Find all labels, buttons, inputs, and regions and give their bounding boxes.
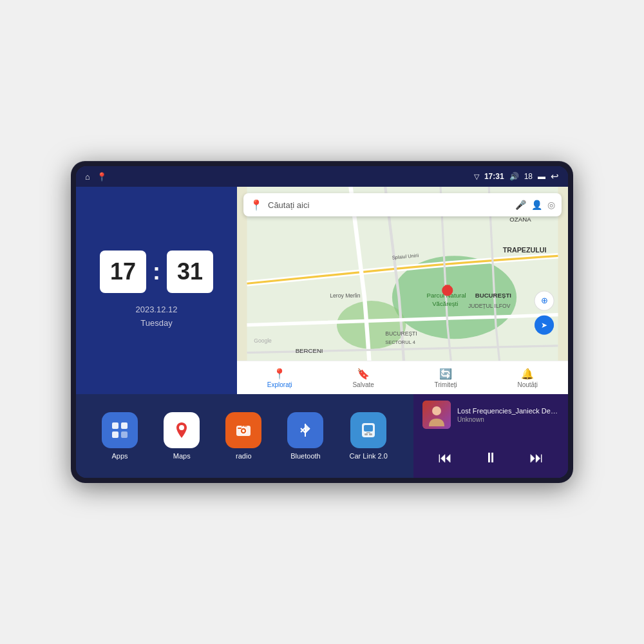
maps-pin-icon[interactable]: 📍: [97, 172, 107, 182]
app-label-radio: radio: [236, 452, 251, 460]
back-icon[interactable]: ↩: [551, 171, 559, 182]
battery-icon: ▬: [538, 172, 545, 181]
bluetooth-icon: [287, 412, 323, 448]
apps-row: Apps Maps: [76, 394, 413, 478]
signal-icon: ▽: [474, 173, 479, 181]
svg-rect-23: [112, 431, 118, 438]
map-nav-saved-label: Salvate: [352, 381, 374, 388]
app-item-apps[interactable]: Apps: [102, 412, 138, 460]
svg-text:BUCUREȘTI: BUCUREȘTI: [475, 292, 512, 299]
svg-text:⊕: ⊕: [541, 296, 548, 305]
main-content: 17 : 31 2023.12.12 Tuesday: [76, 187, 568, 478]
svg-text:TRAPEZULUI: TRAPEZULUI: [503, 246, 547, 254]
svg-rect-24: [121, 431, 128, 438]
app-item-radio[interactable]: FM radio: [225, 412, 261, 460]
app-label-maps: Maps: [173, 452, 191, 460]
radio-icon: FM: [225, 412, 261, 448]
clock-widget: 17 : 31 2023.12.12 Tuesday: [76, 187, 237, 394]
map-nav-explore-label: Explorați: [267, 381, 292, 388]
volume-icon: 🔊: [509, 172, 519, 181]
clock-colon: :: [153, 258, 160, 285]
app-item-maps[interactable]: Maps: [164, 412, 200, 460]
svg-text:Google: Google: [254, 337, 272, 344]
app-item-carlink[interactable]: Car Link 2.0: [350, 412, 388, 460]
svg-text:Văcărești: Văcărești: [432, 300, 458, 307]
music-thumbnail: [422, 401, 451, 429]
app-label-carlink: Car Link 2.0: [350, 452, 388, 460]
svg-text:OZANA: OZANA: [509, 216, 531, 223]
news-icon: 🔔: [521, 368, 534, 380]
explore-icon: 📍: [273, 368, 286, 380]
share-icon: 🔄: [439, 368, 452, 380]
svg-text:BUCUREȘTI: BUCUREȘTI: [385, 330, 417, 337]
clock-minutes: 31: [167, 251, 213, 293]
map-nav-share[interactable]: 🔄 Trimiteți: [435, 368, 457, 388]
map-search-actions: 🎤 👤 ◎: [515, 200, 555, 210]
map-nav-saved[interactable]: 🔖 Salvate: [352, 368, 374, 388]
clock-date: 2023.12.12 Tuesday: [135, 303, 177, 330]
svg-text:FM: FM: [242, 424, 247, 428]
map-nav-explore[interactable]: 📍 Explorați: [267, 368, 292, 388]
svg-text:SECTORUL 4: SECTORUL 4: [385, 339, 415, 345]
map-pin-icon: 📍: [250, 199, 263, 211]
maps-icon: [164, 412, 200, 448]
clock-day-value: Tuesday: [135, 317, 177, 330]
map-layers-icon[interactable]: ◎: [547, 200, 555, 210]
home-icon[interactable]: ⌂: [85, 172, 90, 182]
music-controls: ⏮ ⏸ ⏭: [422, 444, 559, 471]
clock-date-value: 2023.12.12: [135, 303, 177, 317]
carlink-icon: [350, 412, 386, 448]
app-label-apps: Apps: [112, 452, 128, 460]
battery-level: 18: [524, 172, 533, 181]
svg-rect-21: [112, 422, 118, 429]
clock-hours: 17: [100, 251, 146, 293]
clock-display: 17 : 31: [100, 251, 213, 293]
status-left: ⌂ 📍: [85, 172, 107, 182]
map-search-text[interactable]: Căutați aici: [268, 200, 510, 210]
app-item-bluetooth[interactable]: Bluetooth: [287, 412, 323, 460]
map-bottom-bar: 📍 Explorați 🔖 Salvate 🔄 Trimiteți �: [237, 361, 568, 394]
car-head-unit: ⌂ 📍 ▽ 17:31 🔊 18 ▬ ↩ 17 :: [71, 161, 573, 483]
music-title: Lost Frequencies_Janieck Devy-...: [457, 407, 559, 415]
top-row: 17 : 31 2023.12.12 Tuesday: [76, 187, 568, 394]
svg-rect-37: [366, 432, 370, 433]
svg-rect-34: [364, 425, 373, 431]
svg-rect-35: [365, 433, 368, 435]
music-artist: Unknown: [457, 416, 559, 423]
music-player: Lost Frequencies_Janieck Devy-... Unknow…: [413, 394, 568, 478]
svg-rect-30: [238, 428, 242, 429]
music-info: Lost Frequencies_Janieck Devy-... Unknow…: [422, 401, 559, 429]
apps-icon: [102, 412, 138, 448]
map-nav-news[interactable]: 🔔 Noutăți: [517, 368, 538, 388]
device-screen: ⌂ 📍 ▽ 17:31 🔊 18 ▬ ↩ 17 :: [76, 166, 568, 478]
map-nav-share-label: Trimiteți: [435, 381, 457, 388]
bottom-row: Apps Maps: [76, 394, 568, 478]
status-bar: ⌂ 📍 ▽ 17:31 🔊 18 ▬ ↩: [76, 166, 568, 187]
saved-icon: 🔖: [357, 368, 370, 380]
status-time: 17:31: [484, 172, 504, 181]
svg-text:➤: ➤: [541, 321, 547, 330]
map-nav-news-label: Noutăți: [517, 381, 538, 388]
app-label-bluetooth: Bluetooth: [290, 452, 320, 460]
svg-text:Leroy Merlin: Leroy Merlin: [330, 292, 360, 299]
map-widget[interactable]: TRAPEZULUI BUCUREȘTI JUDEȚUL ILFOV BERCE…: [237, 187, 568, 394]
play-pause-button[interactable]: ⏸: [477, 447, 504, 469]
prev-button[interactable]: ⏮: [431, 447, 459, 469]
map-account-icon[interactable]: 👤: [531, 200, 542, 210]
svg-point-39: [432, 406, 441, 415]
svg-text:BERCENI: BERCENI: [296, 347, 323, 354]
status-right: ▽ 17:31 🔊 18 ▬ ↩: [474, 171, 559, 182]
map-search-bar[interactable]: 📍 Căutați aici 🎤 👤 ◎: [243, 193, 562, 216]
svg-rect-36: [369, 433, 372, 435]
svg-point-29: [242, 430, 245, 432]
map-mic-icon[interactable]: 🎤: [515, 200, 526, 210]
next-button[interactable]: ⏭: [523, 447, 550, 469]
svg-point-26: [179, 425, 184, 430]
svg-text:JUDEȚUL ILFOV: JUDEȚUL ILFOV: [468, 303, 511, 309]
svg-rect-22: [121, 422, 128, 429]
music-meta: Lost Frequencies_Janieck Devy-... Unknow…: [457, 407, 559, 423]
